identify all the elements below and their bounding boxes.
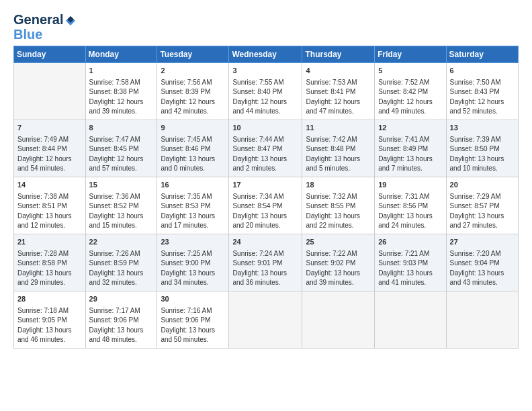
cell-info: Sunrise: 7:31 AM Sunset: 8:56 PM Dayligh… — [378, 192, 442, 231]
day-number: 9 — [161, 123, 225, 134]
day-number: 26 — [378, 237, 442, 248]
cell-info: Sunrise: 7:41 AM Sunset: 8:49 PM Dayligh… — [378, 135, 442, 174]
cell-info: Sunrise: 7:32 AM Sunset: 8:55 PM Dayligh… — [306, 192, 371, 231]
col-header-monday: Monday — [85, 46, 157, 63]
day-number: 22 — [89, 237, 154, 248]
col-header-sunday: Sunday — [14, 46, 86, 63]
cell-info: Sunrise: 7:22 AM Sunset: 9:02 PM Dayligh… — [306, 249, 371, 288]
day-number: 1 — [89, 66, 154, 77]
day-number: 19 — [378, 180, 442, 191]
day-number: 11 — [306, 123, 371, 134]
cell-info: Sunrise: 7:35 AM Sunset: 8:53 PM Dayligh… — [161, 192, 225, 231]
cell-info: Sunrise: 7:21 AM Sunset: 9:03 PM Dayligh… — [378, 249, 442, 288]
day-number: 12 — [378, 123, 442, 134]
calendar-cell: 23Sunrise: 7:25 AM Sunset: 9:00 PM Dayli… — [157, 234, 229, 291]
day-number: 18 — [306, 180, 371, 191]
cell-info: Sunrise: 7:26 AM Sunset: 8:59 PM Dayligh… — [89, 249, 154, 288]
col-header-thursday: Thursday — [302, 46, 375, 63]
calendar-cell: 18Sunrise: 7:32 AM Sunset: 8:55 PM Dayli… — [302, 177, 375, 234]
calendar-cell: 12Sunrise: 7:41 AM Sunset: 8:49 PM Dayli… — [375, 120, 446, 177]
cell-info: Sunrise: 7:18 AM Sunset: 9:05 PM Dayligh… — [17, 306, 82, 345]
calendar-cell: 3Sunrise: 7:55 AM Sunset: 8:40 PM Daylig… — [229, 63, 302, 120]
logo-text: General Blue — [13, 12, 77, 42]
day-number: 28 — [17, 294, 82, 305]
calendar-week-4: 21Sunrise: 7:28 AM Sunset: 8:58 PM Dayli… — [14, 234, 519, 291]
cell-info: Sunrise: 7:20 AM Sunset: 9:04 PM Dayligh… — [450, 249, 515, 288]
calendar-header-row: SundayMondayTuesdayWednesdayThursdayFrid… — [14, 46, 519, 63]
calendar-cell: 7Sunrise: 7:49 AM Sunset: 8:44 PM Daylig… — [14, 120, 86, 177]
cell-info: Sunrise: 7:29 AM Sunset: 8:57 PM Dayligh… — [450, 192, 515, 231]
calendar-cell — [375, 291, 446, 348]
calendar-cell: 24Sunrise: 7:24 AM Sunset: 9:01 PM Dayli… — [229, 234, 302, 291]
calendar-cell: 25Sunrise: 7:22 AM Sunset: 9:02 PM Dayli… — [302, 234, 375, 291]
day-number: 13 — [450, 123, 515, 134]
calendar-cell: 26Sunrise: 7:21 AM Sunset: 9:03 PM Dayli… — [375, 234, 446, 291]
cell-info: Sunrise: 7:34 AM Sunset: 8:54 PM Dayligh… — [232, 192, 298, 231]
calendar-cell: 27Sunrise: 7:20 AM Sunset: 9:04 PM Dayli… — [446, 234, 518, 291]
cell-info: Sunrise: 7:24 AM Sunset: 9:01 PM Dayligh… — [232, 249, 298, 288]
cell-info: Sunrise: 7:25 AM Sunset: 9:00 PM Dayligh… — [161, 249, 225, 288]
calendar-cell: 2Sunrise: 7:56 AM Sunset: 8:39 PM Daylig… — [157, 63, 229, 120]
day-number: 10 — [232, 123, 298, 134]
calendar-cell: 9Sunrise: 7:45 AM Sunset: 8:46 PM Daylig… — [157, 120, 229, 177]
calendar-cell: 5Sunrise: 7:52 AM Sunset: 8:42 PM Daylig… — [375, 63, 446, 120]
calendar-cell — [229, 291, 302, 348]
calendar-week-1: 1Sunrise: 7:58 AM Sunset: 8:38 PM Daylig… — [14, 63, 519, 120]
calendar-table: SundayMondayTuesdayWednesdayThursdayFrid… — [13, 46, 519, 349]
cell-info: Sunrise: 7:50 AM Sunset: 8:43 PM Dayligh… — [450, 78, 515, 117]
cell-info: Sunrise: 7:56 AM Sunset: 8:39 PM Dayligh… — [161, 78, 225, 117]
day-number: 23 — [161, 237, 225, 248]
cell-info: Sunrise: 7:53 AM Sunset: 8:41 PM Dayligh… — [306, 78, 371, 117]
calendar-cell: 19Sunrise: 7:31 AM Sunset: 8:56 PM Dayli… — [375, 177, 446, 234]
day-number: 5 — [378, 66, 442, 77]
calendar-week-5: 28Sunrise: 7:18 AM Sunset: 9:05 PM Dayli… — [14, 291, 519, 348]
day-number: 20 — [450, 180, 515, 191]
calendar-cell: 4Sunrise: 7:53 AM Sunset: 8:41 PM Daylig… — [302, 63, 375, 120]
day-number: 17 — [232, 180, 298, 191]
header: General Blue — [13, 12, 519, 42]
page: General Blue SundayMondayTuesdayWednesda… — [0, 0, 532, 355]
day-number: 6 — [450, 66, 515, 77]
cell-info: Sunrise: 7:47 AM Sunset: 8:45 PM Dayligh… — [89, 135, 154, 174]
calendar-cell — [446, 291, 518, 348]
day-number: 27 — [450, 237, 515, 248]
day-number: 3 — [232, 66, 298, 77]
calendar-cell: 29Sunrise: 7:17 AM Sunset: 9:06 PM Dayli… — [85, 291, 157, 348]
cell-info: Sunrise: 7:49 AM Sunset: 8:44 PM Dayligh… — [17, 135, 82, 174]
logo: General Blue — [13, 12, 77, 42]
day-number: 4 — [306, 66, 371, 77]
cell-info: Sunrise: 7:36 AM Sunset: 8:52 PM Dayligh… — [89, 192, 154, 231]
day-number: 25 — [306, 237, 371, 248]
day-number: 8 — [89, 123, 154, 134]
cell-info: Sunrise: 7:16 AM Sunset: 9:06 PM Dayligh… — [161, 306, 225, 345]
day-number: 16 — [161, 180, 225, 191]
cell-info: Sunrise: 7:52 AM Sunset: 8:42 PM Dayligh… — [378, 78, 442, 117]
cell-info: Sunrise: 7:28 AM Sunset: 8:58 PM Dayligh… — [17, 249, 82, 288]
calendar-cell — [302, 291, 375, 348]
cell-info: Sunrise: 7:44 AM Sunset: 8:47 PM Dayligh… — [232, 135, 298, 174]
calendar-cell: 11Sunrise: 7:42 AM Sunset: 8:48 PM Dayli… — [302, 120, 375, 177]
calendar-cell: 30Sunrise: 7:16 AM Sunset: 9:06 PM Dayli… — [157, 291, 229, 348]
calendar-cell — [14, 63, 86, 120]
day-number: 24 — [232, 237, 298, 248]
cell-info: Sunrise: 7:55 AM Sunset: 8:40 PM Dayligh… — [232, 78, 298, 117]
col-header-friday: Friday — [375, 46, 446, 63]
calendar-week-3: 14Sunrise: 7:38 AM Sunset: 8:51 PM Dayli… — [14, 177, 519, 234]
col-header-wednesday: Wednesday — [229, 46, 302, 63]
col-header-saturday: Saturday — [446, 46, 518, 63]
cell-info: Sunrise: 7:17 AM Sunset: 9:06 PM Dayligh… — [89, 306, 154, 345]
day-number: 15 — [89, 180, 154, 191]
calendar-cell: 13Sunrise: 7:39 AM Sunset: 8:50 PM Dayli… — [446, 120, 518, 177]
day-number: 21 — [17, 237, 82, 248]
calendar-cell: 20Sunrise: 7:29 AM Sunset: 8:57 PM Dayli… — [446, 177, 518, 234]
day-number: 14 — [17, 180, 82, 191]
calendar-cell: 6Sunrise: 7:50 AM Sunset: 8:43 PM Daylig… — [446, 63, 518, 120]
calendar-week-2: 7Sunrise: 7:49 AM Sunset: 8:44 PM Daylig… — [14, 120, 519, 177]
calendar-cell: 22Sunrise: 7:26 AM Sunset: 8:59 PM Dayli… — [85, 234, 157, 291]
cell-info: Sunrise: 7:38 AM Sunset: 8:51 PM Dayligh… — [17, 192, 82, 231]
day-number: 30 — [161, 294, 225, 305]
day-number: 2 — [161, 66, 225, 77]
calendar-cell: 8Sunrise: 7:47 AM Sunset: 8:45 PM Daylig… — [85, 120, 157, 177]
calendar-cell: 14Sunrise: 7:38 AM Sunset: 8:51 PM Dayli… — [14, 177, 86, 234]
cell-info: Sunrise: 7:42 AM Sunset: 8:48 PM Dayligh… — [306, 135, 371, 174]
